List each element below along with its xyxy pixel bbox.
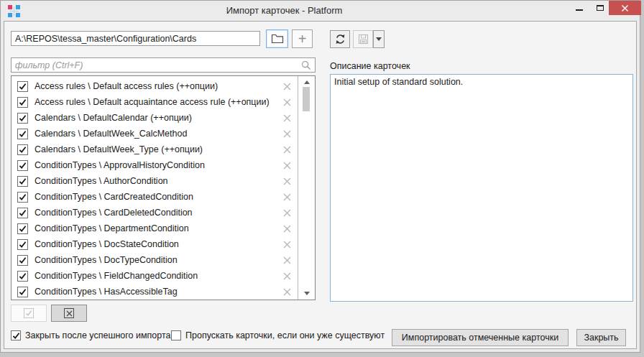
remove-x-icon <box>283 209 291 217</box>
remove-item-button[interactable] <box>283 193 291 201</box>
import-selected-button[interactable]: Импортировать отмеченные карточки <box>392 329 569 346</box>
path-input[interactable] <box>11 31 260 46</box>
description-textarea[interactable]: Initial setup of standard solution. <box>330 74 633 302</box>
list-item-checkbox[interactable] <box>17 97 28 108</box>
list-item[interactable]: Access rules \ Default acquaintance acce… <box>12 94 297 110</box>
remove-item-button[interactable] <box>283 114 291 122</box>
save-floppy-icon <box>358 34 369 45</box>
remove-item-button[interactable] <box>283 209 291 217</box>
remove-item-button[interactable] <box>283 98 291 106</box>
list-item-checkbox[interactable] <box>17 160 28 171</box>
uncheck-all-button[interactable] <box>51 305 87 322</box>
list-item[interactable]: ConditionTypes \ HasAccessibleTag <box>12 284 297 300</box>
list-item[interactable]: Access rules \ Default access rules (++о… <box>12 78 297 94</box>
remove-x-icon <box>283 272 291 280</box>
list-item-checkbox[interactable] <box>17 144 28 155</box>
remove-item-button[interactable] <box>283 288 291 296</box>
list-item[interactable]: Calendars \ DefaultWeek_Type (++опции) <box>12 142 297 157</box>
close-window-button[interactable] <box>609 1 641 15</box>
remove-x-icon <box>283 177 291 185</box>
list-item-label: ConditionTypes \ DocStateCondition <box>34 239 283 249</box>
list-item-checkbox[interactable] <box>17 287 28 297</box>
list-item[interactable]: ConditionTypes \ DepartmentCondition <box>12 221 297 236</box>
list-item[interactable]: ConditionTypes \ CardCreatedCondition <box>12 189 297 205</box>
remove-item-button[interactable] <box>283 177 291 185</box>
list-item-label: ConditionTypes \ DepartmentCondition <box>34 223 283 233</box>
remove-item-button[interactable] <box>283 146 291 154</box>
refresh-icon <box>334 33 346 45</box>
filter-input[interactable] <box>12 60 301 70</box>
list-item-label: Calendars \ DefaultWeek_Type (++опции) <box>34 144 283 154</box>
list-item-checkbox[interactable] <box>17 176 28 187</box>
save-button[interactable] <box>353 30 373 48</box>
list-item-label: ConditionTypes \ ApprovalHistoryConditio… <box>34 160 283 170</box>
list-item-label: ConditionTypes \ DocTypeCondition <box>34 255 283 265</box>
list-item-label: ConditionTypes \ AuthorCondition <box>34 176 283 186</box>
check-all-icon <box>24 308 34 318</box>
list-item-checkbox[interactable] <box>17 129 28 139</box>
list-item-checkbox[interactable] <box>17 192 28 203</box>
checkbox-box[interactable] <box>171 330 181 340</box>
remove-item-button[interactable] <box>283 272 291 280</box>
remove-item-button[interactable] <box>283 130 291 138</box>
list-item-label: Access rules \ Default access rules (++о… <box>34 81 283 91</box>
list-item[interactable]: ConditionTypes \ CardDeletedCondition <box>12 205 297 221</box>
list-item-label: Calendars \ DefaultWeek_CalcMethod <box>34 129 283 139</box>
remove-x-icon <box>283 288 291 296</box>
list-item-checkbox[interactable] <box>17 255 28 266</box>
skip-existing-checkbox[interactable]: Пропускать карточки, если они уже сущест… <box>171 330 385 340</box>
list-item-checkbox[interactable] <box>17 271 28 282</box>
maximize-icon <box>597 5 604 11</box>
browse-folder-button[interactable] <box>266 29 288 48</box>
list-item[interactable]: ConditionTypes \ AuthorCondition <box>12 173 297 189</box>
import-cards-window: Импорт карточек - Platform + <box>0 0 640 353</box>
maximize-button[interactable] <box>590 1 610 15</box>
close-icon <box>621 4 629 12</box>
check-all-button[interactable] <box>11 305 47 322</box>
scroll-up-icon[interactable] <box>304 80 310 84</box>
checkbox-box[interactable] <box>11 330 21 340</box>
remove-x-icon <box>283 83 291 91</box>
list-item[interactable]: ConditionTypes \ DocStateCondition <box>12 236 297 252</box>
remove-item-button[interactable] <box>283 162 291 170</box>
add-card-button[interactable]: + <box>292 29 313 48</box>
list-item[interactable]: Calendars \ DefaultWeek_CalcMethod <box>12 126 297 142</box>
close-after-import-label: Закрыть после успешного импорта <box>25 330 171 340</box>
save-dropdown-button[interactable] <box>373 30 385 48</box>
minimize-button[interactable] <box>569 1 590 15</box>
card-list-rows: Access rules \ Default access rules (++о… <box>12 76 297 300</box>
list-scrollbar[interactable] <box>298 76 315 300</box>
window-title: Импорт карточек - Platform <box>1 1 568 21</box>
list-item-checkbox[interactable] <box>17 208 28 218</box>
list-item[interactable]: ConditionTypes \ DocTypeCondition <box>12 252 297 268</box>
remove-item-button[interactable] <box>283 83 291 91</box>
remove-x-icon <box>283 256 291 264</box>
remove-item-button[interactable] <box>283 225 291 233</box>
list-item[interactable]: ConditionTypes \ ApprovalHistoryConditio… <box>12 157 297 173</box>
scrollbar-thumb[interactable] <box>303 87 310 111</box>
list-item-label: ConditionTypes \ HasAccessibleTag <box>34 287 283 297</box>
list-item-checkbox[interactable] <box>17 81 28 92</box>
list-item-checkbox[interactable] <box>17 239 28 250</box>
list-item-checkbox[interactable] <box>17 113 28 124</box>
refresh-button[interactable] <box>330 30 350 48</box>
close-after-import-checkbox[interactable]: Закрыть после успешного импорта <box>11 330 171 340</box>
search-icon[interactable] <box>301 60 311 70</box>
close-dialog-button[interactable]: Закрыть <box>576 329 626 346</box>
remove-x-icon <box>283 162 291 170</box>
folder-icon <box>271 34 284 44</box>
chevron-down-icon <box>376 37 382 41</box>
scroll-down-icon[interactable] <box>304 292 310 295</box>
remove-x-icon <box>283 241 291 249</box>
list-item-checkbox[interactable] <box>17 223 28 234</box>
list-item[interactable]: Calendars \ DefaultCalendar (++опции) <box>12 110 297 126</box>
remove-x-icon <box>283 98 291 106</box>
list-item[interactable]: ConditionTypes \ FieldChangedCondition <box>12 268 297 284</box>
description-label: Описание карточек <box>330 61 410 71</box>
remove-x-icon <box>283 114 291 122</box>
remove-item-button[interactable] <box>283 241 291 249</box>
minimize-icon <box>576 9 583 11</box>
list-item-label: ConditionTypes \ CardDeletedCondition <box>34 208 283 218</box>
remove-x-icon <box>283 225 291 233</box>
remove-item-button[interactable] <box>283 256 291 264</box>
